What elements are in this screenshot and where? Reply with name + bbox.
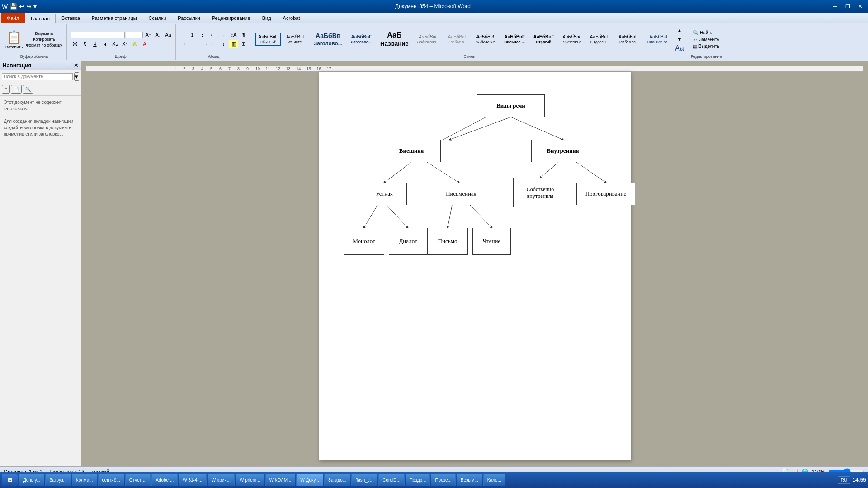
- align-right-button[interactable]: ≡→: [199, 40, 208, 48]
- font-group: Times New R... 12 A↑ A↓ Aa Ж К Ч ч X₂ X²…: [68, 24, 176, 60]
- italic-button[interactable]: К: [80, 40, 90, 48]
- tab-view[interactable]: Вид: [256, 13, 277, 23]
- taskbar-btn-11[interactable]: W Доку...: [296, 474, 323, 486]
- minimize-button[interactable]: ─: [829, 1, 841, 11]
- close-button[interactable]: ✕: [854, 1, 866, 11]
- style-subtle-em[interactable]: АаБбВвГСлабое в...: [444, 33, 471, 46]
- sort-button[interactable]: ↕A: [229, 31, 238, 39]
- subscript-button[interactable]: X₂: [110, 40, 119, 48]
- taskbar-btn-17[interactable]: Безым...: [457, 474, 482, 486]
- clear-format-button[interactable]: Aa: [164, 31, 173, 39]
- highlight-button[interactable]: A: [130, 40, 139, 48]
- tab-pagelayout[interactable]: Разметка страницы: [86, 13, 143, 23]
- style-heading2[interactable]: АаБбВвГЗаголово...: [347, 33, 375, 46]
- taskbar-clock[interactable]: 14:55: [852, 477, 866, 483]
- taskbar-btn-13[interactable]: flash_c...: [351, 474, 377, 486]
- style-quote[interactable]: АаБбВвГЦитата 2: [559, 33, 585, 46]
- taskbar-btn-4[interactable]: сентяб...: [98, 474, 124, 486]
- taskbar-btn-15[interactable]: Поздр...: [406, 474, 430, 486]
- tab-references[interactable]: Ссылки: [143, 13, 172, 23]
- taskbar-btn-3[interactable]: Колма...: [72, 474, 97, 486]
- quick-access[interactable]: 💾 ↩ ↪ ▾: [9, 3, 37, 10]
- taskbar-lang[interactable]: RU: [838, 476, 850, 484]
- show-marks-button[interactable]: ¶: [239, 31, 248, 39]
- replace-button[interactable]: ↔ Заменить: [692, 37, 721, 42]
- strikethrough-button[interactable]: ч: [100, 40, 109, 48]
- font-name-input[interactable]: Times New R...: [71, 32, 125, 38]
- change-styles-button[interactable]: Аа: [675, 44, 684, 52]
- taskbar-btn-6[interactable]: Adobe ...: [151, 474, 178, 486]
- style-emphasis[interactable]: АаБбВвГВыделение: [472, 33, 499, 46]
- numbering-button[interactable]: 1≡: [189, 31, 198, 39]
- svg-line-2: [443, 117, 486, 140]
- tab-mailings[interactable]: Рассылки: [172, 13, 206, 23]
- font-color-button[interactable]: A: [140, 40, 149, 48]
- style-no-spacing[interactable]: АаБбВвГБез инте...: [283, 33, 309, 46]
- superscript-button[interactable]: X²: [120, 40, 129, 48]
- style-strong[interactable]: АаБбВвГСтрогий: [530, 33, 557, 46]
- document-area[interactable]: 1 2 3 4 5 6 7 8 9 10 11 12 13 14 15 16 1…: [81, 61, 868, 466]
- bullets-button[interactable]: ≡: [179, 31, 189, 39]
- taskbar-btn-7[interactable]: W 31-4 ...: [179, 474, 206, 486]
- underline-button[interactable]: Ч: [90, 40, 99, 48]
- bold-button[interactable]: Ж: [71, 40, 80, 48]
- style-subtitle[interactable]: АаБбВвГПодзаголо...: [414, 33, 443, 46]
- taskbar-btn-5[interactable]: Отчет ...: [125, 474, 151, 486]
- window-controls[interactable]: ─ ❐ ✕: [829, 1, 866, 11]
- taskbar-btn-18[interactable]: Кале...: [483, 474, 505, 486]
- style-normal[interactable]: АаБбВвГОбычный: [255, 33, 281, 46]
- taskbar-btn-8[interactable]: W прич...: [208, 474, 235, 486]
- taskbar-btn-9[interactable]: W priem...: [236, 474, 264, 486]
- taskbar-btn-10[interactable]: W КОЛМ...: [265, 474, 296, 486]
- taskbar-btn-1[interactable]: День у...: [19, 474, 44, 486]
- style-title[interactable]: АаБНазвание: [377, 29, 412, 49]
- tab-file[interactable]: Файл: [1, 13, 25, 23]
- tab-acrobat[interactable]: Acrobat: [277, 13, 306, 23]
- nav-results-button[interactable]: 🔍: [23, 85, 33, 94]
- start-button[interactable]: ⊞: [2, 474, 18, 486]
- nav-pages-button[interactable]: 📄: [11, 85, 22, 94]
- styles-scroll: ▲ ▼ Аа: [675, 26, 684, 52]
- taskbar-btn-16[interactable]: Презе...: [431, 474, 455, 486]
- document-page[interactable]: Виды речи Внешняя Внутренняя Устная Пись…: [319, 72, 631, 460]
- style-intense-quote[interactable]: АаБбВвГВыделен...: [586, 33, 613, 46]
- svg-line-10: [470, 205, 492, 228]
- styles-scroll-down[interactable]: ▼: [675, 35, 684, 43]
- justify-button[interactable]: ⋮≡: [209, 40, 218, 48]
- borders-button[interactable]: ⊞: [239, 40, 248, 48]
- line-spacing-button[interactable]: ↕: [219, 40, 228, 48]
- multilevel-button[interactable]: ⋮≡: [199, 31, 208, 39]
- no-headings-message: Этот документ не содержит заголовков.: [4, 99, 77, 112]
- font-row1: Times New R... 12 A↑ A↓ Aa: [71, 31, 173, 39]
- styles-scroll-up[interactable]: ▲: [675, 26, 684, 34]
- shading-button[interactable]: ▥: [229, 40, 238, 48]
- cut-button[interactable]: Вырезать: [24, 31, 64, 36]
- shrink-font-button[interactable]: A↓: [154, 31, 163, 39]
- taskbar-btn-2[interactable]: Загруз...: [45, 474, 71, 486]
- tab-insert[interactable]: Вставка: [56, 13, 86, 23]
- tab-review[interactable]: Рецензирование: [206, 13, 256, 23]
- navigation-close-button[interactable]: ✕: [74, 62, 78, 69]
- decrease-indent-button[interactable]: ←≡: [209, 31, 218, 39]
- style-heading1[interactable]: АаБбВвЗаголово...: [310, 30, 346, 48]
- taskbar-btn-12[interactable]: Загадо...: [324, 474, 350, 486]
- increase-indent-button[interactable]: →≡: [219, 31, 228, 39]
- select-button[interactable]: ▧ Выделить: [692, 43, 721, 49]
- style-intense-ref[interactable]: АаБбВвГСильная сс...: [644, 33, 674, 46]
- format-painter-button[interactable]: Формат по образцу: [24, 42, 64, 48]
- copy-button[interactable]: Копировать: [24, 37, 64, 42]
- taskbar-btn-14[interactable]: CorelD...: [378, 474, 404, 486]
- tab-home[interactable]: Главная: [25, 14, 56, 23]
- style-subtle-ref[interactable]: АаБбВвГСлабая сс...: [614, 33, 642, 46]
- restore-button[interactable]: ❐: [842, 1, 854, 11]
- grow-font-button[interactable]: A↑: [144, 31, 153, 39]
- search-input[interactable]: [2, 73, 73, 80]
- font-size-input[interactable]: 12: [126, 32, 143, 38]
- find-button[interactable]: 🔍 Найти: [692, 30, 721, 36]
- nav-headings-button[interactable]: ≡: [2, 85, 10, 94]
- align-left-button[interactable]: ≡←: [179, 40, 189, 48]
- align-center-button[interactable]: ≡: [189, 40, 198, 48]
- paste-button[interactable]: 📋 Вставить: [5, 29, 24, 50]
- style-intense-em[interactable]: АаБбВвГСильное ...: [500, 33, 528, 46]
- search-button[interactable]: ▾: [74, 72, 79, 81]
